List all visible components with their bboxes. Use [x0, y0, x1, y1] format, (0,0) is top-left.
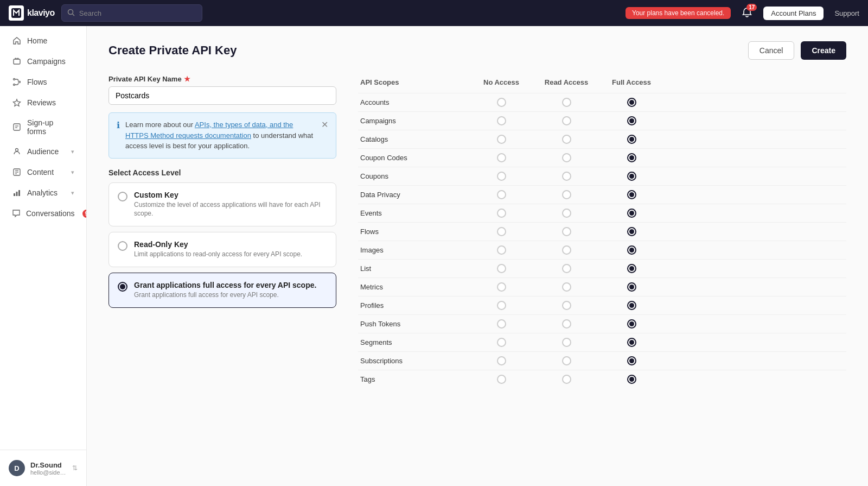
no-access-cell[interactable]: [469, 245, 534, 255]
full-access-cell[interactable]: [599, 356, 664, 365]
read-access-radio[interactable]: [562, 153, 571, 162]
readonly-key-radio[interactable]: [118, 241, 127, 251]
create-button[interactable]: Create: [801, 41, 846, 60]
close-icon[interactable]: ✕: [321, 119, 328, 130]
no-access-radio[interactable]: [497, 209, 506, 218]
full-access-key-radio[interactable]: [118, 282, 127, 292]
full-access-cell[interactable]: [599, 190, 664, 199]
sidebar-item-content[interactable]: Content ▾: [3, 162, 83, 182]
read-access-cell[interactable]: [534, 116, 599, 125]
logo[interactable]: klaviyo: [9, 5, 55, 21]
read-access-radio[interactable]: [562, 135, 571, 144]
no-access-radio[interactable]: [497, 98, 506, 107]
full-access-radio[interactable]: [627, 172, 636, 181]
no-access-cell[interactable]: [469, 135, 534, 144]
read-access-cell[interactable]: [534, 301, 599, 310]
full-access-cell[interactable]: [599, 245, 664, 255]
read-access-radio[interactable]: [562, 116, 571, 125]
read-access-cell[interactable]: [534, 98, 599, 107]
no-access-radio[interactable]: [497, 245, 506, 255]
read-access-cell[interactable]: [534, 319, 599, 329]
sidebar-item-campaigns[interactable]: Campaigns: [3, 51, 83, 72]
read-access-cell[interactable]: [534, 190, 599, 199]
read-access-cell[interactable]: [534, 227, 599, 236]
sidebar-item-analytics[interactable]: Analytics ▾: [3, 182, 83, 203]
read-access-radio[interactable]: [562, 190, 571, 199]
custom-key-option[interactable]: Custom Key Customize the level of access…: [108, 182, 336, 227]
read-access-radio[interactable]: [562, 375, 571, 384]
no-access-cell[interactable]: [469, 190, 534, 199]
no-access-radio[interactable]: [497, 375, 506, 384]
full-access-radio[interactable]: [627, 301, 636, 310]
full-access-cell[interactable]: [599, 375, 664, 384]
no-access-cell[interactable]: [469, 338, 534, 347]
sidebar-item-flows[interactable]: Flows: [3, 72, 83, 92]
read-access-radio[interactable]: [562, 172, 571, 181]
no-access-cell[interactable]: [469, 375, 534, 384]
no-access-radio[interactable]: [497, 172, 506, 181]
no-access-cell[interactable]: [469, 264, 534, 273]
full-access-radio[interactable]: [627, 319, 636, 329]
no-access-cell[interactable]: [469, 209, 534, 218]
read-access-cell[interactable]: [534, 375, 599, 384]
full-access-radio[interactable]: [627, 245, 636, 255]
read-access-radio[interactable]: [562, 264, 571, 273]
full-access-cell[interactable]: [599, 319, 664, 329]
full-access-radio[interactable]: [627, 282, 636, 292]
read-access-radio[interactable]: [562, 227, 571, 236]
no-access-cell[interactable]: [469, 172, 534, 181]
no-access-cell[interactable]: [469, 301, 534, 310]
sidebar-item-audience[interactable]: Audience ▾: [3, 141, 83, 162]
full-access-cell[interactable]: [599, 227, 664, 236]
read-access-cell[interactable]: [534, 338, 599, 347]
full-access-radio[interactable]: [627, 209, 636, 218]
full-access-cell[interactable]: [599, 98, 664, 107]
custom-key-radio[interactable]: [118, 192, 127, 201]
cancel-button[interactable]: Cancel: [748, 41, 795, 60]
sidebar-item-signup-forms[interactable]: Sign-up forms: [3, 113, 83, 141]
no-access-radio[interactable]: [497, 319, 506, 329]
full-access-radio[interactable]: [627, 227, 636, 236]
full-access-cell[interactable]: [599, 116, 664, 125]
support-link[interactable]: Support: [834, 9, 859, 17]
full-access-cell[interactable]: [599, 153, 664, 162]
full-access-radio[interactable]: [627, 375, 636, 384]
no-access-cell[interactable]: [469, 356, 534, 365]
no-access-radio[interactable]: [497, 190, 506, 199]
full-access-radio[interactable]: [627, 264, 636, 273]
full-access-cell[interactable]: [599, 301, 664, 310]
read-access-cell[interactable]: [534, 209, 599, 218]
no-access-radio[interactable]: [497, 116, 506, 125]
no-access-cell[interactable]: [469, 116, 534, 125]
read-access-cell[interactable]: [534, 153, 599, 162]
full-access-radio[interactable]: [627, 153, 636, 162]
key-name-input[interactable]: [108, 86, 336, 105]
full-access-cell[interactable]: [599, 338, 664, 347]
read-access-radio[interactable]: [562, 245, 571, 255]
no-access-radio[interactable]: [497, 282, 506, 292]
no-access-radio[interactable]: [497, 264, 506, 273]
full-access-radio[interactable]: [627, 338, 636, 347]
no-access-radio[interactable]: [497, 135, 506, 144]
full-access-cell[interactable]: [599, 209, 664, 218]
read-access-cell[interactable]: [534, 172, 599, 181]
full-access-cell[interactable]: [599, 172, 664, 181]
no-access-radio[interactable]: [497, 153, 506, 162]
read-access-cell[interactable]: [534, 135, 599, 144]
full-access-radio[interactable]: [627, 190, 636, 199]
read-access-radio[interactable]: [562, 209, 571, 218]
no-access-cell[interactable]: [469, 98, 534, 107]
no-access-cell[interactable]: [469, 227, 534, 236]
sidebar-item-reviews[interactable]: Reviews: [3, 92, 83, 113]
read-access-radio[interactable]: [562, 301, 571, 310]
no-access-cell[interactable]: [469, 319, 534, 329]
read-access-radio[interactable]: [562, 356, 571, 365]
read-access-radio[interactable]: [562, 282, 571, 292]
full-access-radio[interactable]: [627, 98, 636, 107]
full-access-key-option[interactable]: Grant applications full access for every…: [108, 273, 336, 308]
no-access-radio[interactable]: [497, 227, 506, 236]
notifications-bell[interactable]: 17: [742, 7, 752, 20]
full-access-cell[interactable]: [599, 135, 664, 144]
sidebar-item-home[interactable]: Home: [3, 30, 83, 51]
search-bar[interactable]: [61, 4, 202, 22]
